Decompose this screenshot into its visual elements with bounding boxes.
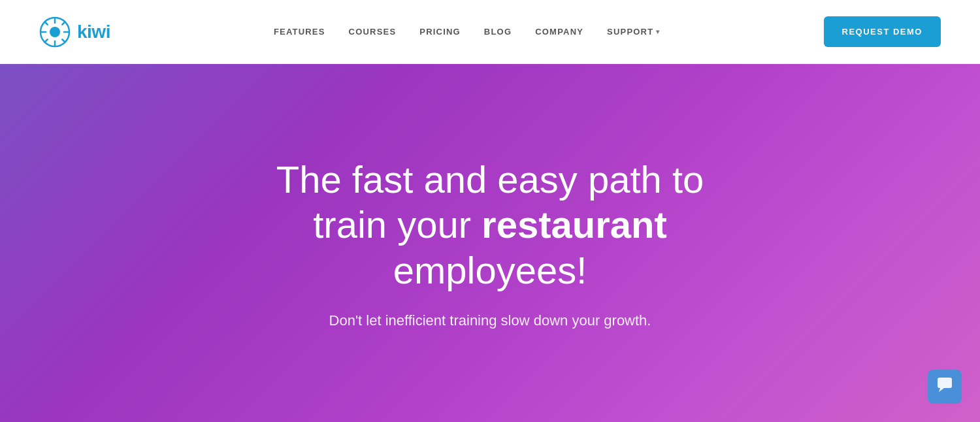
request-demo-button[interactable]: REQUEST DEMO: [824, 16, 941, 47]
nav-item-support[interactable]: SUPPORT ▾: [607, 27, 660, 37]
chat-widget-button[interactable]: [928, 370, 962, 404]
svg-line-7: [62, 39, 65, 42]
svg-point-1: [50, 27, 60, 37]
svg-rect-10: [938, 378, 952, 388]
hero-section: The fast and easy path to train your res…: [0, 64, 980, 422]
logo-icon: [39, 16, 71, 48]
main-nav: FEATURES COURSES PRICING BLOG COMPANY SU…: [274, 27, 661, 37]
nav-item-blog[interactable]: BLOG: [484, 27, 512, 37]
hero-subtitle: Don't let inefficient training slow down…: [329, 312, 651, 329]
header: kiwi FEATURES COURSES PRICING BLOG COMPA…: [0, 0, 980, 64]
nav-item-features[interactable]: FEATURES: [274, 27, 325, 37]
chevron-down-icon: ▾: [656, 28, 660, 35]
chat-icon: [936, 376, 953, 397]
svg-line-8: [62, 22, 65, 24]
hero-title: The fast and easy path to train your res…: [276, 157, 704, 293]
logo-text: kiwi: [77, 22, 110, 42]
nav-item-pricing[interactable]: PRICING: [419, 27, 461, 37]
nav-item-courses[interactable]: COURSES: [349, 27, 397, 37]
svg-line-9: [45, 39, 48, 42]
svg-marker-11: [939, 388, 944, 392]
logo[interactable]: kiwi: [39, 16, 110, 48]
svg-line-6: [45, 22, 48, 24]
nav-item-company[interactable]: COMPANY: [535, 27, 583, 37]
